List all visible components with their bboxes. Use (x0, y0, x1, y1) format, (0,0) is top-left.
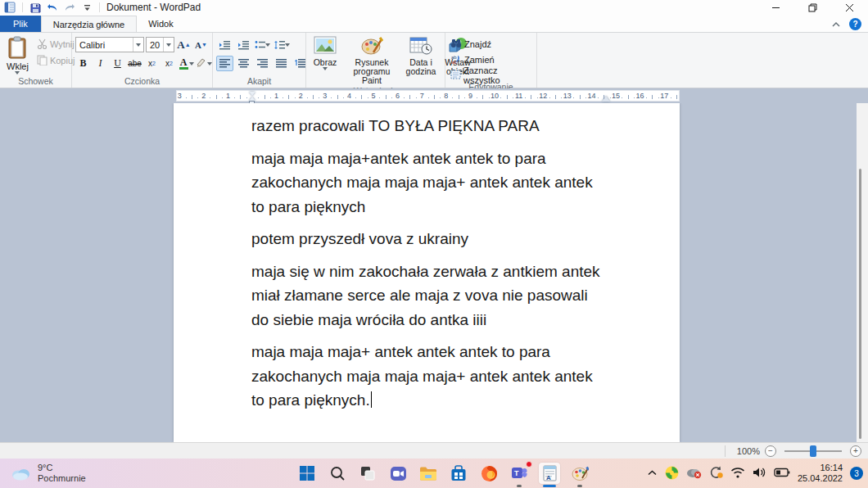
wordpad-taskbar-icon[interactable]: A (539, 463, 560, 484)
update-sync-tray-icon[interactable] (709, 466, 723, 481)
chevron-down-icon[interactable] (207, 62, 212, 66)
close-button[interactable] (831, 0, 868, 15)
customize-qat-button[interactable] (80, 2, 93, 13)
copy-button[interactable]: Kopiuj (35, 54, 77, 67)
text-line: to para pięknych. (251, 388, 614, 413)
undo-button[interactable] (46, 2, 59, 13)
qat-separator (22, 2, 23, 12)
tab-plik[interactable]: Plik (0, 16, 41, 32)
paste-button[interactable]: Wklej (3, 34, 32, 76)
ruler-number: 2 (299, 92, 303, 100)
ruler-tick (428, 97, 429, 98)
bullets-button[interactable] (254, 37, 271, 52)
paint-drawing-button[interactable]: Rysunek programu Paint (342, 35, 401, 86)
text-line: zakochanych maja maja maja+ antek antek … (251, 170, 614, 195)
ruler-tick (622, 97, 622, 98)
superscript-button[interactable]: x2 (161, 56, 177, 71)
help-icon[interactable]: ? (849, 18, 861, 30)
bold-button[interactable]: B (75, 56, 91, 71)
file-explorer-icon[interactable] (418, 463, 439, 484)
chevron-down-icon[interactable] (163, 38, 174, 52)
ruler-tick (646, 97, 647, 98)
chevron-down-icon[interactable] (133, 38, 143, 52)
zoom-slider[interactable] (784, 450, 842, 452)
wifi-icon[interactable] (730, 467, 745, 480)
ruler-number: 10 (491, 92, 499, 100)
zoom-out-button[interactable]: − (765, 445, 776, 457)
tab-narzedzia-glowne[interactable]: Narzędzia główne (41, 16, 137, 32)
vertical-scrollbar[interactable] (857, 103, 868, 442)
zoom-slider-thumb[interactable] (810, 445, 816, 457)
ruler-tick (464, 97, 465, 98)
strikethrough-button[interactable]: abe (127, 56, 142, 71)
ruler-tick (197, 97, 198, 98)
collapse-ribbon-icon[interactable] (831, 20, 841, 29)
shrink-font-button[interactable]: A▼ (193, 37, 209, 52)
font-name-combobox[interactable]: Calibri (75, 37, 144, 52)
document-text[interactable]: razem pracowali TO BYŁA PIĘKNA PARAmaja … (174, 103, 680, 413)
ruler-tick (192, 95, 192, 99)
ruler-tick (386, 95, 387, 99)
italic-button[interactable]: I (93, 56, 108, 71)
highlight-color-button[interactable] (196, 56, 211, 71)
ruler-tick (264, 95, 265, 99)
zoom-in-button[interactable]: + (850, 445, 861, 457)
redo-button[interactable] (63, 2, 76, 13)
ruler-tick (210, 97, 210, 98)
subscript-button[interactable]: x2 (144, 56, 160, 71)
start-button[interactable] (296, 463, 318, 484)
chevron-down-icon[interactable] (189, 62, 194, 66)
restore-button[interactable] (794, 0, 831, 15)
ruler-tick (368, 97, 368, 98)
minimize-button[interactable] (757, 0, 794, 15)
replace-button[interactable]: abac Zamień (449, 53, 533, 66)
zoom-level: 100% (737, 446, 760, 456)
first-line-indent-marker[interactable] (249, 92, 255, 96)
save-button[interactable] (29, 2, 42, 13)
insert-image-button[interactable]: Obraz (310, 35, 341, 71)
microsoft-store-icon[interactable] (448, 463, 469, 484)
cut-button[interactable]: Wytnij (35, 38, 77, 51)
task-view-button[interactable] (357, 463, 378, 484)
font-color-button[interactable]: A (179, 56, 194, 71)
tab-widok[interactable]: Widok (137, 16, 185, 32)
date-time-button[interactable]: Data i godzina (403, 35, 439, 77)
align-right-button[interactable] (254, 56, 271, 71)
battery-icon[interactable] (774, 468, 790, 479)
select-all-button[interactable]: Zaznacz wszystko (449, 69, 533, 82)
align-left-button[interactable] (216, 56, 233, 71)
sync-error-tray-icon[interactable] (686, 467, 702, 481)
group-label-akapit: Akapit (216, 76, 302, 88)
ruler-tick (313, 95, 314, 99)
document-page[interactable]: razem pracowali TO BYŁA PIĘKNA PARAmaja … (174, 103, 680, 442)
chevron-down-icon[interactable] (285, 43, 290, 47)
teams-icon[interactable]: T (509, 463, 530, 484)
search-icon[interactable] (327, 463, 348, 484)
decrease-indent-button[interactable] (216, 37, 233, 52)
notification-badge[interactable]: 3 (850, 467, 863, 480)
paint-icon[interactable] (569, 463, 590, 484)
font-size-combobox[interactable]: 20 (146, 37, 174, 52)
chat-icon[interactable] (387, 463, 409, 484)
antivirus-tray-icon[interactable] (665, 466, 679, 481)
increase-indent-button[interactable] (235, 37, 252, 52)
ruler-tick (652, 95, 653, 99)
volume-icon[interactable] (753, 467, 766, 480)
underline-button[interactable]: U (110, 56, 125, 71)
clock-widget[interactable]: 16:14 25.04.2022 (798, 463, 843, 484)
ribbon-empty-space (537, 33, 868, 88)
chevron-down-icon[interactable] (265, 43, 270, 47)
justify-button[interactable] (273, 56, 290, 71)
tray-chevron-up-icon[interactable] (647, 468, 658, 478)
ruler-tick (452, 97, 453, 98)
ruler-tick (459, 95, 459, 99)
find-button[interactable]: Znajdź (449, 38, 533, 51)
weather-widget[interactable]: 9°C Pochmurnie (0, 463, 86, 484)
align-center-button[interactable] (235, 56, 252, 71)
line-spacing-button[interactable] (273, 37, 290, 52)
scrollbar-thumb[interactable] (859, 169, 861, 439)
grow-font-button[interactable]: A▲ (176, 37, 192, 52)
ruler[interactable]: 3211234567891011121314151617 (176, 90, 680, 102)
paint-drawing-label: Rysunek programu Paint (343, 58, 400, 85)
firefox-icon[interactable] (478, 463, 500, 484)
